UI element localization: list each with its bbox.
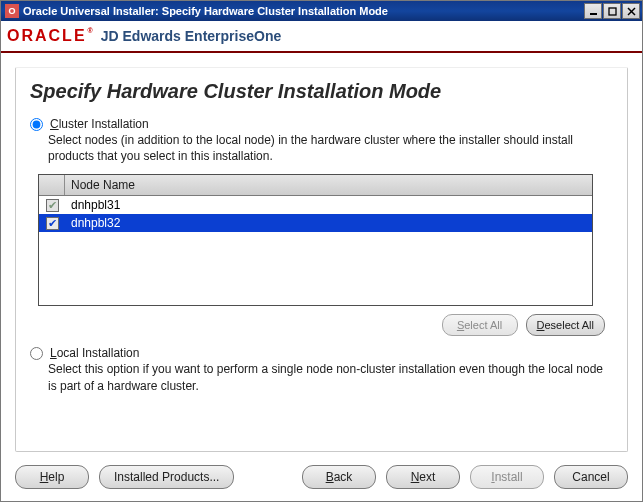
maximize-button[interactable]	[603, 3, 621, 19]
close-button[interactable]	[622, 3, 640, 19]
brand-bar: ORACLE® JD Edwards EnterpriseOne	[1, 21, 642, 53]
table-row[interactable]: ✔ dnhpbl32	[39, 214, 592, 232]
window-title: Oracle Universal Installer: Specify Hard…	[23, 5, 584, 17]
node-table-header: Node Name	[39, 175, 592, 196]
select-all-button: Select All	[442, 314, 518, 336]
node-name: dnhpbl31	[65, 198, 592, 212]
title-bar: O Oracle Universal Installer: Specify Ha…	[1, 1, 642, 21]
oracle-logo: ORACLE®	[7, 27, 93, 45]
content-area: Specify Hardware Cluster Installation Mo…	[1, 53, 642, 459]
node-checkbox-cell[interactable]: ✔	[39, 217, 65, 230]
node-table: Node Name ✔ dnhpbl31 ✔ dnhpbl32	[38, 174, 593, 306]
selection-buttons: Select All Deselect All	[30, 314, 605, 336]
svg-rect-1	[609, 8, 616, 15]
deselect-all-button[interactable]: Deselect All	[526, 314, 605, 336]
help-button[interactable]: Help	[15, 465, 89, 489]
local-install-label: Local Installation	[50, 346, 139, 360]
node-name: dnhpbl32	[65, 216, 592, 230]
node-checkbox-cell: ✔	[39, 199, 65, 212]
cluster-install-description: Select nodes (in addition to the local n…	[48, 132, 613, 164]
node-checkbox-locked: ✔	[46, 199, 59, 212]
installer-window: O Oracle Universal Installer: Specify Ha…	[0, 0, 643, 502]
back-button[interactable]: Back	[302, 465, 376, 489]
header-node-name: Node Name	[65, 175, 592, 195]
product-name: JD Edwards EnterpriseOne	[101, 28, 282, 44]
installed-products-button[interactable]: Installed Products...	[99, 465, 234, 489]
cluster-install-radio[interactable]	[30, 118, 43, 131]
window-controls	[584, 3, 640, 19]
node-table-body: ✔ dnhpbl31 ✔ dnhpbl32	[39, 196, 592, 305]
cluster-install-label: Cluster Installation	[50, 117, 149, 131]
next-button[interactable]: Next	[386, 465, 460, 489]
local-install-description: Select this option if you want to perfor…	[48, 361, 613, 393]
cluster-install-option[interactable]: Cluster Installation	[30, 117, 613, 131]
page-title: Specify Hardware Cluster Installation Mo…	[30, 80, 613, 103]
cancel-button[interactable]: Cancel	[554, 465, 628, 489]
install-button: Install	[470, 465, 544, 489]
local-install-option[interactable]: Local Installation	[30, 346, 613, 360]
footer-buttons: Help Installed Products... Back Next Ins…	[1, 459, 642, 501]
table-row[interactable]: ✔ dnhpbl31	[39, 196, 592, 214]
content-panel: Specify Hardware Cluster Installation Mo…	[15, 67, 628, 452]
local-install-radio[interactable]	[30, 347, 43, 360]
app-icon: O	[5, 4, 19, 18]
minimize-button[interactable]	[584, 3, 602, 19]
node-checkbox[interactable]: ✔	[46, 217, 59, 230]
header-checkbox-column	[39, 175, 65, 195]
